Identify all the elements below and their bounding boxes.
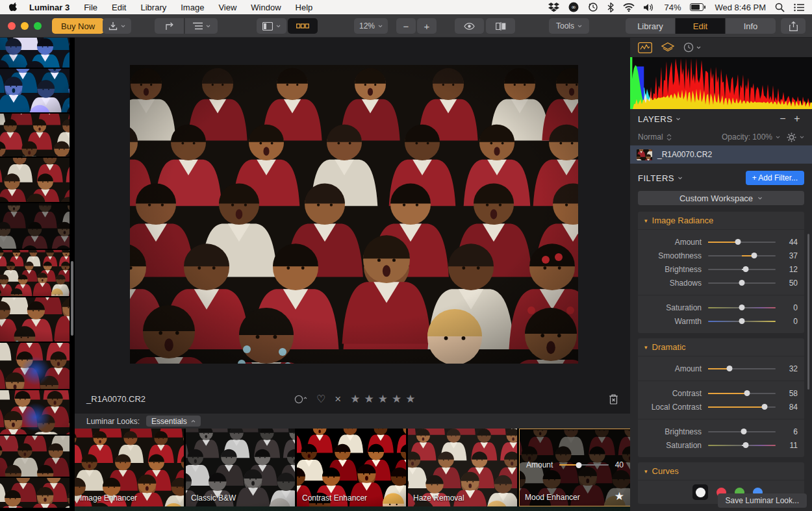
spotlight-search-icon[interactable] bbox=[775, 3, 785, 12]
notification-center-icon[interactable] bbox=[794, 3, 804, 12]
filmstrip-thumbnail[interactable] bbox=[0, 343, 70, 389]
time-machine-icon[interactable] bbox=[588, 2, 598, 12]
filter-section-header[interactable]: ▾Dramatic bbox=[638, 338, 804, 356]
window-zoom-button[interactable] bbox=[34, 22, 42, 30]
filter-section-header[interactable]: ▾Image Radiance bbox=[638, 212, 804, 230]
menu-image[interactable]: Image bbox=[181, 3, 204, 12]
slider-handle[interactable] bbox=[735, 239, 741, 245]
filmstrip-thumbnail[interactable] bbox=[0, 297, 70, 342]
slider-handle[interactable] bbox=[744, 390, 750, 396]
slider-track[interactable] bbox=[708, 393, 776, 394]
zoom-in-button[interactable]: + bbox=[417, 18, 437, 34]
menu-window[interactable]: Window bbox=[251, 3, 281, 12]
slider-track[interactable] bbox=[708, 321, 776, 322]
tab-info[interactable]: Info bbox=[726, 18, 776, 34]
dropbox-icon[interactable] bbox=[548, 3, 559, 12]
blend-mode-select[interactable]: Normal bbox=[638, 132, 663, 142]
preset-classic-b-w[interactable]: Classic B&W bbox=[186, 429, 295, 506]
volume-icon[interactable] bbox=[644, 3, 655, 12]
filmstrip-scrollbar[interactable] bbox=[71, 261, 73, 336]
preset-contrast-enhancer[interactable]: Contrast Enhancer bbox=[297, 429, 406, 506]
filmstrip-thumbnail[interactable] bbox=[0, 69, 70, 112]
slider-track[interactable] bbox=[708, 242, 776, 243]
zoom-level-dropdown[interactable]: 12% bbox=[354, 18, 388, 34]
zoom-out-button[interactable]: − bbox=[396, 18, 416, 34]
filmstrip-thumbnail-selected[interactable] bbox=[0, 250, 70, 296]
workspace-dropdown[interactable]: Custom Workspace bbox=[638, 191, 804, 205]
slider-track[interactable] bbox=[708, 431, 776, 432]
save-luminar-look-button[interactable]: Save Luminar Look... bbox=[718, 493, 807, 508]
add-filter-button[interactable]: + Add Filter... bbox=[746, 171, 804, 185]
export-button[interactable] bbox=[103, 18, 131, 34]
crop-transform-button[interactable] bbox=[155, 18, 184, 34]
slider-handle[interactable] bbox=[752, 253, 757, 258]
preset-favorite-star[interactable]: ★ bbox=[615, 490, 624, 503]
share-button[interactable] bbox=[781, 18, 806, 34]
wifi-icon[interactable] bbox=[623, 3, 635, 12]
tab-edit[interactable]: Edit bbox=[676, 18, 726, 34]
slider-handle[interactable] bbox=[739, 318, 745, 324]
tab-library[interactable]: Library bbox=[626, 18, 676, 34]
star-4[interactable]: ★ bbox=[392, 392, 402, 406]
main-photo[interactable] bbox=[130, 65, 578, 364]
curves-section-header[interactable]: ▾ Curves bbox=[638, 462, 804, 480]
preset-amount-slider[interactable]: Amount 40 bbox=[526, 460, 624, 469]
edits-list-button[interactable] bbox=[185, 18, 218, 34]
slider-handle[interactable] bbox=[743, 266, 749, 272]
color-label-picker[interactable] bbox=[294, 395, 307, 404]
histogram[interactable] bbox=[630, 57, 812, 109]
side-panel-toggle-button[interactable] bbox=[257, 18, 286, 34]
apple-menu[interactable] bbox=[9, 3, 18, 12]
filmstrip-thumbnail[interactable] bbox=[0, 38, 70, 68]
app-name[interactable]: Luminar 3 bbox=[29, 3, 70, 12]
chevron-down-icon[interactable] bbox=[678, 177, 683, 180]
gear-icon[interactable] bbox=[787, 132, 796, 142]
layer-row-selected[interactable]: _R1A0070.CR2 bbox=[630, 145, 812, 164]
slider-track[interactable] bbox=[708, 445, 776, 446]
delete-photo-button[interactable] bbox=[609, 393, 618, 407]
window-close-button[interactable] bbox=[8, 22, 16, 30]
slider-track[interactable] bbox=[708, 307, 776, 308]
buy-now-button[interactable]: Buy Now bbox=[52, 18, 104, 34]
filmstrip-thumbnail[interactable] bbox=[0, 478, 70, 508]
slider-track[interactable] bbox=[708, 255, 776, 256]
preset-mood-enhancer[interactable]: Amount 40★Mood Enhancer bbox=[519, 429, 631, 506]
compare-before-after-button[interactable] bbox=[486, 18, 515, 34]
menu-help[interactable]: Help bbox=[296, 3, 313, 12]
favorite-heart-button[interactable]: ♡ bbox=[316, 393, 325, 405]
slider-handle[interactable] bbox=[727, 366, 733, 371]
slider-handle[interactable] bbox=[739, 280, 745, 286]
menu-edit[interactable]: Edit bbox=[112, 3, 126, 12]
tools-dropdown[interactable]: Tools bbox=[549, 18, 589, 34]
histogram-toggle-icon[interactable] bbox=[638, 42, 652, 53]
slider-handle[interactable] bbox=[742, 442, 748, 448]
filmstrip-thumbnail[interactable] bbox=[0, 203, 70, 249]
preset-haze-removal[interactable]: Haze Removal bbox=[408, 429, 517, 506]
star-rating[interactable]: ★★★★★ bbox=[350, 392, 416, 406]
chevron-down-icon[interactable] bbox=[676, 118, 681, 121]
opacity-control[interactable]: Opacity: 100% bbox=[722, 132, 772, 142]
remove-layer-button[interactable]: − bbox=[776, 113, 790, 125]
preset-image-enhancer[interactable]: Image Enhancer bbox=[75, 429, 184, 506]
creative-cloud-icon[interactable]: ∞ bbox=[568, 2, 579, 12]
star-5[interactable]: ★ bbox=[405, 392, 416, 406]
filmstrip-toggle-button[interactable] bbox=[288, 18, 318, 34]
filmstrip-thumbnail[interactable] bbox=[0, 436, 70, 477]
bluetooth-icon[interactable] bbox=[607, 3, 614, 12]
star-1[interactable]: ★ bbox=[350, 392, 361, 406]
slider-track[interactable] bbox=[708, 269, 776, 270]
layers-panel-icon[interactable] bbox=[661, 42, 674, 53]
add-layer-button[interactable]: + bbox=[790, 113, 804, 125]
slider-track[interactable] bbox=[708, 406, 776, 408]
panel-scrollbar[interactable] bbox=[807, 234, 809, 390]
preview-toggle-button[interactable] bbox=[455, 18, 484, 34]
slider-handle[interactable] bbox=[739, 305, 745, 310]
menu-view[interactable]: View bbox=[218, 3, 236, 12]
history-dropdown[interactable] bbox=[683, 42, 701, 53]
window-minimize-button[interactable] bbox=[21, 22, 29, 30]
looks-category-dropdown[interactable]: Essentials bbox=[146, 416, 201, 427]
slider-handle[interactable] bbox=[741, 429, 747, 434]
filmstrip-thumbnail[interactable] bbox=[0, 158, 70, 202]
star-3[interactable]: ★ bbox=[378, 392, 388, 406]
reject-button[interactable]: × bbox=[335, 393, 341, 406]
